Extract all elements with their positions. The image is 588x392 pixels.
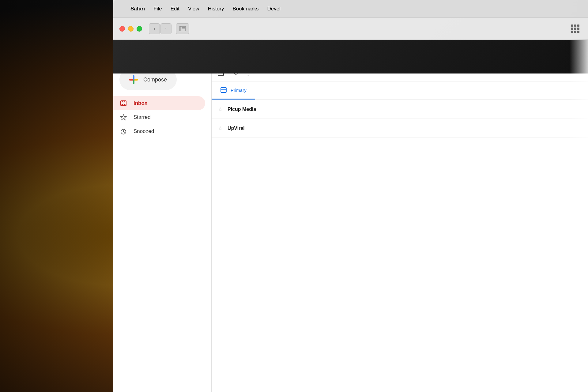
tab-primary[interactable]: Primary [212,81,255,100]
menubar-develop[interactable]: Devel [267,6,280,12]
gmail-area: Gmail 🔍 Search mail Compos [113,40,588,392]
inbox-icon [119,99,127,107]
svg-marker-12 [121,115,126,120]
svg-rect-18 [221,88,226,92]
grid-button[interactable] [568,23,582,34]
macos-menubar: Safari File Edit View History Bookmarks … [113,0,588,18]
forward-button[interactable]: › [160,23,172,34]
nav-buttons: ‹ › [149,23,172,34]
grid-icon [571,24,579,33]
snoozed-label: Snoozed [134,128,154,134]
menubar-view[interactable]: View [188,6,199,12]
minimize-button[interactable] [128,26,134,32]
starred-label: Starred [134,114,151,120]
email-row-2[interactable]: ☆ UpViral [212,119,588,138]
star-icon-1[interactable]: ☆ [218,106,223,113]
close-button[interactable] [119,26,125,32]
back-button[interactable]: ‹ [149,23,160,34]
inbox-label: Inbox [134,100,147,106]
inbox-tabs: Primary [212,81,588,100]
traffic-lights [119,26,142,32]
email-sender-2: UpViral [228,126,289,131]
email-sender-1: Picup Media [228,107,289,112]
primary-tab-icon [220,87,227,93]
svg-line-15 [123,132,124,133]
gmail-main: ▾ ↺ ⋮ Primary [211,64,588,392]
starred-icon [119,113,127,121]
menubar-bookmarks[interactable]: Bookmarks [232,6,258,12]
snoozed-icon [119,127,127,135]
menubar-edit[interactable]: Edit [171,6,179,12]
nav-item-snoozed[interactable]: Snoozed [113,124,205,138]
plus-vertical [133,75,134,84]
compose-label: Compose [143,77,167,83]
email-row-1[interactable]: ☆ Picup Media [212,100,588,119]
safari-toolbar: ‹ › [113,18,588,40]
primary-tab-label: Primary [231,88,247,93]
fullscreen-button[interactable] [137,26,142,32]
menubar-safari[interactable]: Safari [130,6,145,12]
gmail-sidebar: Compose Inbox [113,64,211,392]
laptop-frame: Safari File Edit View History Bookmarks … [113,0,588,392]
sidebar-toggle-button[interactable] [176,23,189,34]
svg-rect-11 [124,100,125,102]
forward-icon: › [165,26,167,32]
menubar-file[interactable]: File [153,6,162,12]
email-list: ☆ Picup Media ☆ UpViral [212,100,588,138]
compose-plus-icon [129,75,138,84]
svg-rect-0 [179,26,181,31]
nav-item-starred[interactable]: Starred [113,110,205,124]
menubar-history[interactable]: History [208,6,224,12]
back-icon: ‹ [153,26,155,32]
nav-item-inbox[interactable]: Inbox [113,96,205,110]
svg-rect-10 [122,100,123,102]
gmail-body: Compose Inbox [113,64,588,392]
sidebar-icon [179,26,186,31]
star-icon-2[interactable]: ☆ [218,125,223,132]
